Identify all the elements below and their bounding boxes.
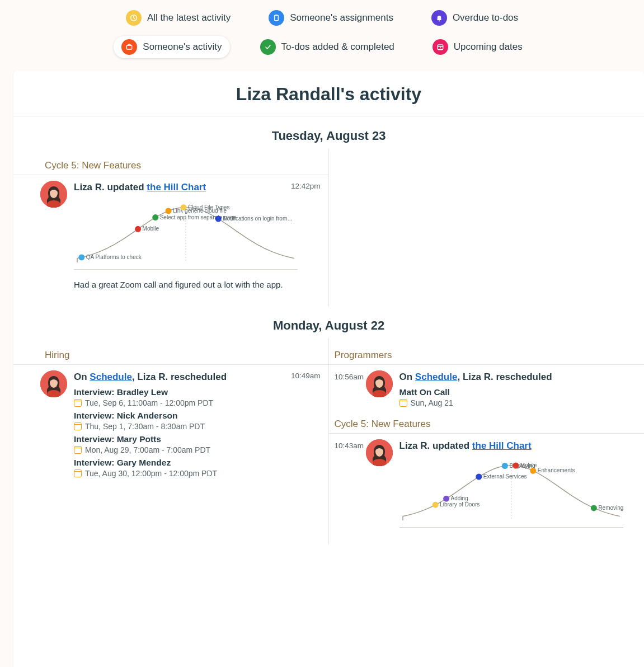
hill-chart: QA Platforms to checkMobileSelect app fr… [74, 200, 298, 270]
svg-point-14 [152, 214, 158, 220]
schedule-item: Interview: Bradley Lew Tue, Sep 6, 11:00… [74, 387, 322, 407]
section-title[interactable]: Cycle 5: New Features [13, 157, 328, 175]
svg-rect-2 [276, 15, 278, 16]
activity-filter-nav: All the latest activitySomeone's assignm… [65, 0, 580, 71]
nav-label: Overdue to-dos [453, 12, 518, 24]
calendar-icon [74, 422, 82, 430]
entry-time: 10:56am [335, 370, 366, 407]
svg-point-33 [476, 474, 482, 480]
nav-item-clock[interactable]: All the latest activity [118, 7, 238, 29]
entry-time: 10:49am [291, 372, 321, 380]
svg-text:Removing: Removing [598, 505, 623, 511]
calendar-icon [74, 446, 82, 454]
svg-point-16 [166, 208, 172, 214]
svg-text:Library of Doors: Library of Doors [440, 502, 480, 508]
nav-label: Someone's activity [143, 41, 222, 53]
schedule-item-date: Sun, Aug 21 [399, 398, 638, 407]
svg-point-35 [501, 463, 507, 469]
svg-text:Mobile: Mobile [143, 226, 159, 232]
svg-text:Notifications on login from…: Notifications on login from… [223, 215, 293, 222]
avatar [366, 439, 393, 466]
svg-point-20 [215, 215, 222, 222]
entry-link[interactable]: the Hill Chart [147, 182, 206, 192]
schedule-item-date: Tue, Aug 30, 12:00pm - 12:00pm PDT [74, 469, 322, 478]
svg-point-6 [440, 47, 441, 48]
hill-chart: Library of DoorsAddingExternal ServicesD… [399, 458, 623, 528]
svg-point-39 [530, 468, 536, 474]
entry-headline: Liza R. updated the Hill Chart [74, 181, 322, 194]
activity-entry: Liza R. updated the Hill Chart QA Platfo… [13, 175, 328, 289]
activity-entry: On Schedule, Liza R. rescheduled Intervi… [13, 365, 328, 478]
avatar [366, 370, 393, 397]
nav-item-clipboard[interactable]: Someone's assignments [261, 7, 401, 29]
nav-item-calendar[interactable]: Upcoming dates [425, 36, 530, 58]
schedule-item-title: Matt On Call [399, 387, 638, 397]
entry-time: 12:42pm [291, 182, 321, 190]
entry-link[interactable]: the Hill Chart [472, 440, 532, 451]
entry-headline: Liza R. updated the Hill Chart [399, 439, 638, 453]
section-title[interactable]: Hiring [13, 346, 328, 365]
entry-headline: On Schedule, Liza R. rescheduled [399, 370, 638, 384]
nav-label: All the latest activity [147, 12, 231, 24]
schedule-item: Matt On Call Sun, Aug 21 [399, 387, 638, 407]
schedule-item-title: Interview: Gary Mendez [74, 458, 322, 468]
day-header: Monday, August 22 [13, 306, 644, 339]
activity-entry: 10:43am Liza R. updated the Hill Chart L… [329, 434, 645, 528]
svg-rect-1 [275, 15, 279, 20]
check-icon [260, 39, 276, 55]
activity-entry: 10:56am On Schedule, Liza R. rescheduled… [329, 365, 645, 407]
svg-point-31 [443, 496, 449, 502]
calendar-icon [74, 399, 82, 407]
svg-point-10 [78, 254, 84, 260]
svg-point-18 [181, 204, 187, 210]
svg-text:External Services: External Services [483, 473, 527, 480]
clipboard-icon [269, 10, 284, 26]
schedule-item-title: Interview: Nick Anderson [74, 411, 322, 421]
avatar [40, 370, 67, 397]
schedule-item-title: Interview: Bradley Lew [74, 387, 322, 397]
svg-text:Mobile: Mobile [520, 462, 537, 468]
svg-rect-4 [127, 45, 132, 49]
svg-point-12 [135, 226, 141, 232]
nav-item-bell[interactable]: Overdue to-dos [424, 7, 526, 29]
svg-text:Adding: Adding [450, 496, 468, 502]
page-title: Liza Randall's activity [13, 71, 644, 116]
entry-time: 10:43am [335, 439, 366, 528]
schedule-item: Interview: Mary Potts Mon, Aug 29, 7:00a… [74, 434, 322, 454]
svg-text:Cloud File Types: Cloud File Types [188, 204, 229, 210]
schedule-item: Interview: Nick Anderson Thu, Sep 1, 7:3… [74, 411, 322, 431]
schedule-item-date: Tue, Sep 6, 11:00am - 12:00pm PDT [74, 398, 322, 407]
nav-item-briefcase[interactable]: Someone's activity [114, 36, 229, 58]
svg-point-37 [513, 463, 519, 469]
calendar-icon [399, 399, 407, 407]
activity-feed: Tuesday, August 23Cycle 5: New Features … [13, 116, 644, 544]
entry-link[interactable]: Schedule [415, 372, 458, 382]
nav-label: To-dos added & completed [281, 41, 394, 53]
day-header: Tuesday, August 23 [13, 116, 644, 149]
svg-point-29 [432, 502, 438, 508]
nav-label: Someone's assignments [290, 12, 393, 24]
svg-text:QA Platforms to check: QA Platforms to check [86, 254, 142, 260]
nav-label: Upcoming dates [454, 41, 523, 53]
entry-headline: On Schedule, Liza R. rescheduled [74, 370, 322, 384]
schedule-item-date: Mon, Aug 29, 7:00am - 7:00am PDT [74, 445, 322, 454]
schedule-item-date: Thu, Sep 1, 7:30am - 8:30am PDT [74, 422, 322, 431]
briefcase-icon [121, 39, 137, 55]
schedule-item: Interview: Gary Mendez Tue, Aug 30, 12:0… [74, 458, 322, 478]
section-title[interactable]: Programmers [329, 346, 645, 365]
bell-icon [431, 10, 447, 26]
svg-point-3 [439, 20, 440, 21]
schedule-item-title: Interview: Mary Potts [74, 434, 322, 444]
calendar-icon [433, 39, 448, 55]
nav-item-check[interactable]: To-dos added & completed [252, 36, 402, 58]
section-title[interactable]: Cycle 5: New Features [329, 415, 645, 434]
entry-link[interactable]: Schedule [90, 372, 132, 382]
svg-point-41 [590, 505, 596, 511]
avatar [40, 181, 67, 208]
svg-text:Enhancements: Enhancements [537, 468, 575, 474]
entry-note: Had a great Zoom call and figured out a … [74, 280, 322, 289]
calendar-icon [74, 469, 82, 477]
clock-icon [126, 10, 142, 26]
activity-card: Liza Randall's activity Tuesday, August … [13, 71, 644, 667]
